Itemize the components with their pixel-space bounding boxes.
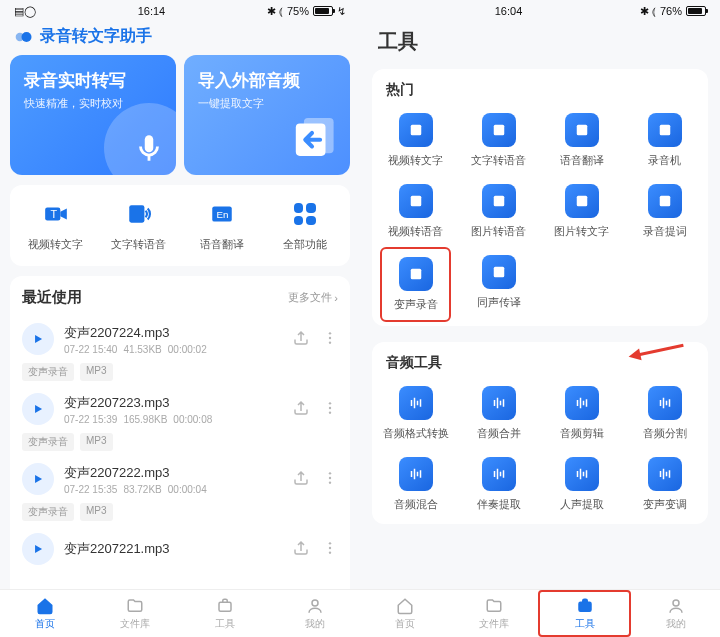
- tab-files[interactable]: 文件库: [90, 590, 180, 637]
- feat-text2speech[interactable]: 文字转语音: [97, 199, 180, 252]
- svg-point-21: [329, 546, 331, 548]
- tab-label: 首页: [395, 617, 415, 631]
- tool-hot-5[interactable]: 图片转语音: [457, 176, 540, 247]
- tool-icon: [399, 184, 433, 218]
- more-icon[interactable]: [322, 330, 338, 349]
- share-icon[interactable]: [292, 329, 310, 350]
- tool-hot-3[interactable]: 录音机: [623, 105, 706, 176]
- tab-mine[interactable]: 我的: [270, 590, 360, 637]
- tool-icon: [482, 255, 516, 289]
- file-row[interactable]: 变声2207224.mp3 07-22 15:4041.53KB00:00:02: [22, 317, 338, 361]
- tab-icon: [215, 597, 235, 615]
- file-name: 变声2207223.mp3: [64, 394, 282, 412]
- tab-icon: [395, 597, 415, 615]
- tab-tools[interactable]: 工具: [538, 590, 631, 637]
- feat-all[interactable]: 全部功能: [263, 199, 346, 252]
- tool-hot-7[interactable]: 录音提词: [623, 176, 706, 247]
- card-realtime[interactable]: 录音实时转写快速精准，实时校对: [10, 55, 176, 175]
- more-icon[interactable]: [322, 400, 338, 419]
- tool-label: 视频转文字: [388, 153, 443, 168]
- tool-label: 变声变调: [643, 497, 687, 512]
- tab-icon: [125, 597, 145, 615]
- right-pane: 16:04 ✱ ⦅ 76% 工具 热门 视频转文字文字转语音语音翻译录音机视频转…: [360, 0, 720, 637]
- tab-files[interactable]: 文件库: [449, 590, 538, 637]
- app-brand: 录音转文字助手: [0, 22, 360, 55]
- share-icon[interactable]: [292, 469, 310, 490]
- tool-hot-4[interactable]: 视频转语音: [374, 176, 457, 247]
- tool-label: 音频分割: [643, 426, 687, 441]
- tab-label: 我的: [666, 617, 686, 631]
- tool-audio-2[interactable]: 音频剪辑: [540, 378, 623, 449]
- feat-video2text[interactable]: T 视频转文字: [14, 199, 97, 252]
- tool-hot-0[interactable]: 视频转文字: [374, 105, 457, 176]
- tag: 变声录音: [22, 433, 74, 451]
- tool-label: 录音机: [648, 153, 681, 168]
- play-button[interactable]: [22, 533, 54, 565]
- battery-icon: [313, 6, 333, 16]
- brand-icon: [14, 27, 34, 47]
- play-button[interactable]: [22, 463, 54, 495]
- play-button[interactable]: [22, 323, 54, 355]
- svg-rect-39: [579, 602, 591, 611]
- tool-label: 图片转文字: [554, 224, 609, 239]
- file-row[interactable]: 变声2207223.mp3 07-22 15:39165.98KB00:00:0…: [22, 387, 338, 431]
- share-icon[interactable]: [292, 399, 310, 420]
- tool-hot-1[interactable]: 文字转语音: [457, 105, 540, 176]
- tool-audio-6[interactable]: 人声提取: [540, 449, 623, 520]
- tab-icon: [35, 597, 55, 615]
- recent-title: 最近使用: [22, 288, 82, 307]
- tool-audio-5[interactable]: 伴奏提取: [457, 449, 540, 520]
- file-row[interactable]: 变声2207222.mp3 07-22 15:3583.72KB00:00:04: [22, 457, 338, 501]
- brand-title: 录音转文字助手: [40, 26, 152, 47]
- file-meta: 07-22 15:39165.98KB00:00:08: [64, 414, 282, 425]
- file-list: 变声2207224.mp3 07-22 15:4041.53KB00:00:02…: [22, 317, 338, 571]
- recent-section: 最近使用 更多文件› 变声2207224.mp3 07-22 15:4041.5…: [10, 276, 350, 637]
- more-icon[interactable]: [322, 540, 338, 559]
- tts-icon: [124, 199, 154, 229]
- tab-mine[interactable]: 我的: [631, 590, 720, 637]
- tool-hot-9[interactable]: 同声传译: [457, 247, 540, 322]
- tool-audio-0[interactable]: 音频格式转换: [374, 378, 457, 449]
- share-icon[interactable]: [292, 539, 310, 560]
- tool-label: 音频格式转换: [383, 426, 449, 441]
- more-icon[interactable]: [322, 470, 338, 489]
- tool-label: 音频混合: [394, 497, 438, 512]
- feat-translate[interactable]: En 语音翻译: [180, 199, 263, 252]
- svg-point-40: [673, 600, 679, 606]
- tab-label: 工具: [575, 617, 595, 631]
- svg-point-12: [329, 336, 331, 338]
- tool-label: 录音提词: [643, 224, 687, 239]
- tool-hot-2[interactable]: 语音翻译: [540, 105, 623, 176]
- tool-label: 伴奏提取: [477, 497, 521, 512]
- tool-icon: [565, 457, 599, 491]
- tool-hot-8[interactable]: 变声录音: [380, 247, 451, 322]
- svg-rect-23: [219, 602, 231, 611]
- microphone-icon: [104, 103, 176, 175]
- audio-block: 音频工具 音频格式转换音频合并音频剪辑音频分割音频混合伴奏提取人声提取变声变调: [372, 342, 708, 524]
- tab-home[interactable]: 首页: [0, 590, 90, 637]
- tool-audio-1[interactable]: 音频合并: [457, 378, 540, 449]
- tool-icon: [565, 184, 599, 218]
- tab-label: 工具: [215, 617, 235, 631]
- play-button[interactable]: [22, 393, 54, 425]
- svg-rect-28: [659, 125, 670, 136]
- svg-point-14: [329, 402, 331, 404]
- tool-audio-3[interactable]: 音频分割: [623, 378, 706, 449]
- tool-audio-7[interactable]: 变声变调: [623, 449, 706, 520]
- status-bar: 16:04 ✱ ⦅ 76%: [360, 0, 720, 22]
- tag: 变声录音: [22, 363, 74, 381]
- svg-point-19: [329, 481, 331, 483]
- tool-icon: [648, 184, 682, 218]
- file-name: 变声2207221.mp3: [64, 540, 282, 558]
- card-import[interactable]: 导入外部音频一键提取文字: [184, 55, 350, 175]
- tool-audio-4[interactable]: 音频混合: [374, 449, 457, 520]
- tab-home[interactable]: 首页: [360, 590, 449, 637]
- tool-icon: [482, 184, 516, 218]
- tab-tools[interactable]: 工具: [180, 590, 270, 637]
- more-files-link[interactable]: 更多文件›: [288, 290, 338, 305]
- file-row[interactable]: 变声2207221.mp3: [22, 527, 338, 571]
- tab-label: 首页: [35, 617, 55, 631]
- tool-icon: [648, 113, 682, 147]
- tool-hot-6[interactable]: 图片转文字: [540, 176, 623, 247]
- chevron-right-icon: ›: [334, 292, 338, 304]
